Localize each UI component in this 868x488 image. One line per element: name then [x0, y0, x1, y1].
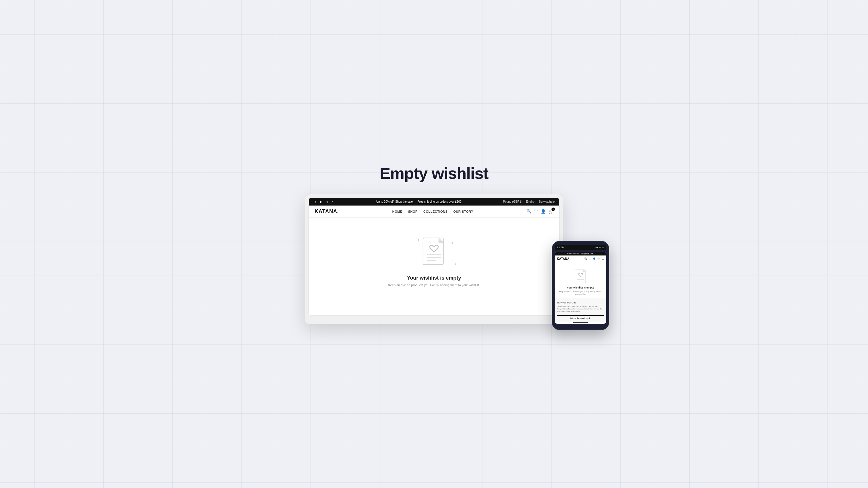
battery-icon: ▬	[602, 246, 604, 249]
wishlist-subtext: Keep an eye on products you like by addi…	[388, 283, 480, 287]
nav-home[interactable]: HOME	[392, 209, 402, 214]
phone-footer-title: SERVICE HOTLINE	[557, 302, 604, 304]
language-selector[interactable]: English	[526, 200, 535, 203]
page-title: Empty wishlist	[380, 164, 488, 183]
phone-footer-url[interactable]: katona.theme-atloss.de	[557, 315, 604, 319]
wifi-icon: ≋	[599, 246, 601, 249]
nav-shop[interactable]: SHOP	[408, 209, 417, 214]
account-icon[interactable]: 👤	[541, 209, 546, 214]
laptop-wrapper: f ▶ ◎ ✕ Up to 20% off. Shop the sale. Fr…	[305, 194, 563, 324]
wishlist-icon[interactable]: ♡	[534, 209, 538, 214]
site-logo[interactable]: KATANA.	[314, 208, 339, 215]
phone-nav-icons: 🔍 ♡ 👤 🛒 ☰	[584, 258, 604, 260]
nav-icons: 🔍 ♡ 👤 🛒 2	[526, 209, 554, 214]
phone-wishlist-sub: Keep an eye on products you like by addi…	[558, 290, 603, 295]
facebook-icon[interactable]: f	[313, 200, 317, 204]
phone-user-icon[interactable]: 👤	[593, 258, 596, 260]
phone-time: 12:00	[557, 246, 563, 249]
phone-footer-text: Our garments are made from high quality …	[557, 305, 604, 313]
phone-heart-icon[interactable]: ♡	[589, 258, 591, 260]
instagram-icon[interactable]: ◎	[325, 200, 329, 204]
phone-search-icon[interactable]: 🔍	[584, 258, 587, 260]
nav-our-story[interactable]: OUR STORY	[453, 209, 473, 214]
phone-notch: 12:00 ▪▪▪ ≋ ▬	[555, 245, 606, 250]
cart-icon[interactable]: 🛒 2	[549, 209, 554, 214]
site-nav: KATANA. HOME SHOP COLLECTIONS OUR STORY …	[309, 205, 559, 218]
sparkle-tl: ✦	[417, 238, 420, 242]
sparkle-tr: ✦	[451, 240, 454, 245]
nav-collections[interactable]: COLLECTIONS	[423, 209, 447, 214]
phone-logo[interactable]: KATANA.	[557, 257, 570, 260]
currency-selector[interactable]: Pound (GBP £)	[503, 200, 523, 203]
phone-footer: SERVICE HOTLINE Our garments are made fr…	[555, 298, 606, 322]
topbar-right: Pound (GBP £) English Service/help	[503, 200, 555, 203]
wishlist-svg	[417, 235, 451, 269]
phone-bottom-bar	[555, 322, 606, 324]
free-shipping-link[interactable]: Free shipping	[417, 200, 435, 203]
page-wrapper: Empty wishlist f ▶ ◎ ✕ Up to 20% off. Sh…	[262, 164, 606, 324]
phone-status-icons: ▪▪▪ ≋ ▬	[595, 246, 604, 249]
laptop-mockup: f ▶ ◎ ✕ Up to 20% off. Shop the sale. Fr…	[305, 194, 563, 324]
phone-main: Your wishlist is empty Keep an eye on pr…	[555, 262, 606, 298]
site-topbar: f ▶ ◎ ✕ Up to 20% off. Shop the sale. Fr…	[309, 198, 559, 205]
topbar-promo: Up to 20% off. Shop the sale. Free shipp…	[376, 200, 462, 203]
phone-screen: Up to 20% off. Shop the sale. KATANA. 🔍 …	[555, 252, 606, 324]
laptop-screen: f ▶ ◎ ✕ Up to 20% off. Shop the sale. Fr…	[308, 198, 560, 316]
site-main: ✦ ✦ ✦	[309, 218, 559, 315]
search-icon[interactable]: 🔍	[526, 209, 531, 214]
shop-sale-link[interactable]: Shop the sale.	[395, 200, 413, 203]
phone-nav: KATANA. 🔍 ♡ 👤 🛒 ☰	[555, 256, 606, 262]
cart-badge: 2	[552, 207, 555, 211]
phone-menu-icon[interactable]: ☰	[602, 258, 604, 260]
phone-cart-icon[interactable]: 🛒	[597, 258, 600, 260]
phone-illustration	[573, 268, 589, 284]
service-link[interactable]: Service/help	[539, 200, 555, 203]
phone-topbar: Up to 20% off. Shop the sale.	[555, 252, 606, 256]
nav-links: HOME SHOP COLLECTIONS OUR STORY	[392, 209, 473, 214]
wishlist-illustration: ✦ ✦ ✦	[417, 235, 451, 269]
phone-sale-link[interactable]: Shop the sale.	[581, 253, 594, 255]
phone-wishlist-heading: Your wishlist is empty	[567, 286, 594, 289]
social-links: f ▶ ◎ ✕	[313, 200, 335, 204]
wishlist-heading: Your wishlist is empty	[407, 275, 461, 281]
phone-mockup: 12:00 ▪▪▪ ≋ ▬ Up to 20% off. Shop the sa…	[552, 241, 609, 330]
twitter-icon[interactable]: ✕	[331, 200, 335, 204]
youtube-icon[interactable]: ▶	[319, 200, 323, 204]
phone-home-indicator	[573, 322, 588, 323]
signal-icon: ▪▪▪	[595, 246, 598, 249]
sparkle-br: ✦	[454, 262, 457, 266]
